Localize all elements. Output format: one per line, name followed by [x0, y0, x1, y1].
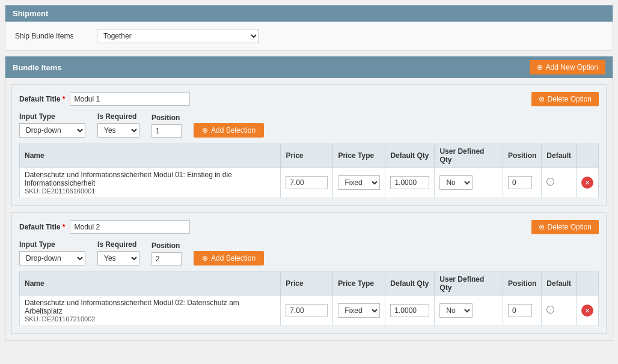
items-table-2: Name Price Price Type Default Qty User D… — [19, 271, 599, 326]
price-cell-2-0 — [281, 296, 333, 326]
option-top-2: Default Title * ⊗ Delete Option — [19, 220, 599, 234]
position-group-2: Position — [151, 241, 182, 265]
price-input-1-0[interactable] — [286, 176, 328, 189]
default-title-row-1: Default Title * — [19, 93, 190, 106]
price-type-select-1-0[interactable]: Fixed Percent — [338, 175, 380, 190]
price-type-cell-2-0: Fixed Percent — [333, 296, 385, 326]
remove-cell-1-0: × — [576, 168, 598, 198]
bundle-items-section: Bundle Items ⊕ Add New Option Default Ti… — [5, 56, 613, 341]
default-radio-cell-1-0 — [542, 168, 577, 198]
input-type-select-1[interactable]: Drop-down Radio Buttons Checkbox Multi S… — [19, 123, 85, 138]
is-required-label-1: Is Required — [97, 112, 139, 121]
col-default-2: Default — [542, 272, 577, 296]
user-defined-select-1-0[interactable]: No Yes — [439, 175, 473, 190]
position-input-2[interactable] — [151, 252, 182, 265]
col-actions-1 — [576, 144, 598, 168]
add-selection-button-2[interactable]: ⊕ Add Selection — [194, 251, 264, 265]
bundle-items-title: Bundle Items — [13, 63, 62, 72]
default-title-input-1[interactable] — [70, 93, 190, 106]
col-actions-2 — [576, 272, 598, 296]
col-default-1: Default — [542, 144, 577, 168]
col-user-defined-qty-2: User Defined Qty — [435, 272, 503, 296]
col-price-2: Price — [281, 272, 333, 296]
option-controls-1: Input Type Drop-down Radio Buttons Check… — [19, 112, 599, 138]
default-qty-input-1-0[interactable] — [390, 176, 429, 189]
col-price-1: Price — [281, 144, 333, 168]
name-cell-2-0: Datenschutz und Informationssicherheit M… — [20, 296, 281, 326]
remove-button-2-0[interactable]: × — [581, 305, 593, 317]
add-selection-button-1[interactable]: ⊕ Add Selection — [194, 123, 264, 138]
option-top-1: Default Title * ⊗ Delete Option — [19, 92, 599, 106]
remove-button-1-0[interactable]: × — [581, 177, 593, 189]
option-block-2: Default Title * ⊗ Delete Option Input Ty… — [11, 212, 607, 334]
input-type-label-1: Input Type — [19, 112, 85, 121]
name-cell-1-0: Datenschutz und Informationssicherheit M… — [20, 168, 281, 198]
is-required-select-1[interactable]: Yes No — [97, 123, 139, 138]
is-required-select-2[interactable]: Yes No — [97, 251, 139, 265]
plus-icon: ⊕ — [537, 63, 543, 71]
price-type-select-2-0[interactable]: Fixed Percent — [338, 303, 380, 318]
default-title-input-2[interactable] — [70, 220, 190, 234]
option-controls-2: Input Type Drop-down Radio Buttons Check… — [19, 240, 599, 265]
ship-bundle-select[interactable]: Together Separately — [97, 29, 259, 43]
col-price-type-1: Price Type — [333, 144, 385, 168]
option-block-1: Default Title * ⊗ Delete Option Input Ty… — [11, 84, 607, 206]
table-header-row-2: Name Price Price Type Default Qty User D… — [20, 272, 599, 296]
item-name-2-0: Datenschutz und Informationssicherheit M… — [25, 299, 275, 315]
is-required-group-1: Is Required Yes No — [97, 112, 139, 138]
col-name-2: Name — [20, 272, 281, 296]
delete-icon-1: ⊗ — [539, 95, 545, 103]
default-radio-cell-2-0 — [542, 296, 577, 326]
default-radio-2-0[interactable] — [546, 306, 554, 314]
ship-bundle-row: Ship Bundle Items Together Separately — [15, 29, 603, 43]
position-val-input-2-0[interactable] — [508, 304, 532, 317]
items-table-1: Name Price Price Type Default Qty User D… — [19, 144, 599, 198]
input-type-label-2: Input Type — [19, 240, 85, 249]
delete-option-button-1[interactable]: ⊗ Delete Option — [531, 92, 599, 106]
col-position-1: Position — [503, 144, 541, 168]
position-cell-1-0 — [503, 168, 541, 198]
delete-option-button-2[interactable]: ⊗ Delete Option — [531, 220, 599, 234]
item-sku-2-0: SKU: DE201107210002 — [25, 315, 275, 323]
col-price-type-2: Price Type — [333, 272, 385, 296]
input-type-select-2[interactable]: Drop-down Radio Buttons Checkbox Multi S… — [19, 251, 85, 265]
position-cell-2-0 — [503, 296, 541, 326]
price-cell-1-0 — [281, 168, 333, 198]
shipment-body: Ship Bundle Items Together Separately — [5, 22, 613, 50]
delete-option-label-1: Delete Option — [548, 95, 592, 103]
shipment-header: Shipment — [5, 5, 613, 22]
default-title-label-1: Default Title * — [19, 95, 65, 103]
remove-cell-2-0: × — [576, 296, 598, 326]
required-star-2: * — [63, 223, 66, 231]
bundle-items-header: Bundle Items ⊕ Add New Option — [5, 56, 613, 78]
col-name-1: Name — [20, 144, 281, 168]
ship-bundle-label: Ship Bundle Items — [15, 32, 87, 40]
col-user-defined-qty-1: User Defined Qty — [435, 144, 503, 168]
shipment-title: Shipment — [13, 9, 48, 18]
table-row: Datenschutz und Informationssicherheit M… — [20, 168, 599, 198]
default-title-row-2: Default Title * — [19, 220, 190, 234]
add-selection-icon-1: ⊕ — [202, 126, 208, 135]
col-default-qty-2: Default Qty — [385, 272, 435, 296]
required-star-1: * — [63, 95, 66, 103]
price-type-cell-1-0: Fixed Percent — [333, 168, 385, 198]
default-qty-cell-2-0 — [385, 296, 435, 326]
delete-icon-2: ⊗ — [539, 223, 545, 231]
item-name-1-0: Datenschutz und Informationssicherheit M… — [25, 171, 275, 187]
position-val-input-1-0[interactable] — [508, 176, 532, 189]
position-input-1[interactable] — [151, 124, 182, 138]
item-sku-1-0: SKU: DE201106160001 — [25, 187, 275, 195]
col-position-2: Position — [503, 272, 541, 296]
default-radio-1-0[interactable] — [546, 178, 554, 186]
add-new-option-label: Add New Option — [546, 63, 598, 71]
add-selection-icon-2: ⊕ — [202, 254, 208, 262]
default-qty-input-2-0[interactable] — [390, 304, 429, 317]
user-defined-select-2-0[interactable]: No Yes — [439, 303, 473, 318]
position-group-1: Position — [151, 114, 182, 138]
user-defined-cell-2-0: No Yes — [435, 296, 503, 326]
shipment-section: Shipment Ship Bundle Items Together Sepa… — [5, 5, 613, 51]
default-title-label-2: Default Title * — [19, 223, 65, 231]
add-new-option-button[interactable]: ⊕ Add New Option — [530, 60, 605, 74]
price-input-2-0[interactable] — [286, 304, 328, 317]
position-label-1: Position — [151, 114, 182, 122]
